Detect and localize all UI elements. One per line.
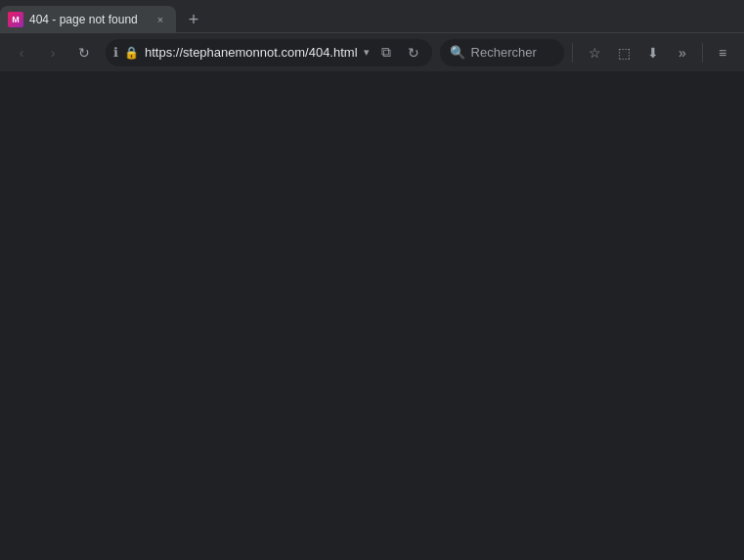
page-content <box>0 71 744 560</box>
profile-button[interactable]: ⬚ <box>610 39 637 66</box>
menu-icon: ≡ <box>719 45 726 61</box>
forward-button[interactable]: › <box>39 39 66 66</box>
download-button[interactable]: ⬇ <box>639 39 667 66</box>
toolbar-divider-2 <box>702 43 703 63</box>
bookmark-icon: ☆ <box>589 45 601 61</box>
tab-strip: M 404 - page not found × + <box>0 0 744 32</box>
pip-icon: ⧉ <box>381 44 391 61</box>
reload2-icon: ↻ <box>408 45 419 61</box>
extension-button[interactable]: » <box>669 39 696 66</box>
search-placeholder-text: Rechercher <box>471 45 537 60</box>
title-bar: M 404 - page not found × + <box>0 0 744 32</box>
address-dropdown-icon[interactable]: ▾ <box>364 46 370 59</box>
pip-button[interactable]: ⧉ <box>375 42 397 64</box>
extension-icon: » <box>678 45 686 61</box>
back-button[interactable]: ‹ <box>8 39 35 66</box>
tab-favicon: M <box>8 12 23 27</box>
address-bar[interactable]: ℹ 🔒 https://stephanemonnot.com/404.html … <box>106 39 432 66</box>
lock-icon: 🔒 <box>124 46 139 60</box>
back-icon: ‹ <box>20 45 24 61</box>
info-icon[interactable]: ℹ <box>113 45 118 60</box>
address-text: https://stephanemonnot.com/404.html <box>145 45 358 60</box>
search-icon: 🔍 <box>450 45 465 60</box>
address-domain: stephanemonnot <box>183 45 278 60</box>
download-icon: ⬇ <box>647 45 659 61</box>
new-tab-button[interactable]: + <box>180 6 207 33</box>
toolbar-icons-right: ☆ ⬚ ⬇ » ≡ <box>581 39 736 66</box>
reload2-button[interactable]: ↻ <box>403 42 424 64</box>
address-tld-path: .com/404.html <box>278 45 358 60</box>
address-protocol: https:// <box>145 45 183 60</box>
reload-button[interactable]: ↻ <box>70 39 98 66</box>
reload-icon: ↻ <box>78 45 90 61</box>
toolbar: ‹ › ↻ ℹ 🔒 https://stephanemonnot.com/404… <box>0 32 744 71</box>
bookmark-button[interactable]: ☆ <box>581 39 608 66</box>
tab-title: 404 - page not found <box>29 13 147 26</box>
active-tab[interactable]: M 404 - page not found × <box>0 6 176 32</box>
tab-close-button[interactable]: × <box>153 12 168 27</box>
search-bar[interactable]: 🔍 Rechercher <box>440 39 565 66</box>
forward-icon: › <box>51 45 56 61</box>
menu-button[interactable]: ≡ <box>709 39 736 66</box>
profile-icon: ⬚ <box>618 45 631 61</box>
toolbar-divider <box>572 43 573 63</box>
